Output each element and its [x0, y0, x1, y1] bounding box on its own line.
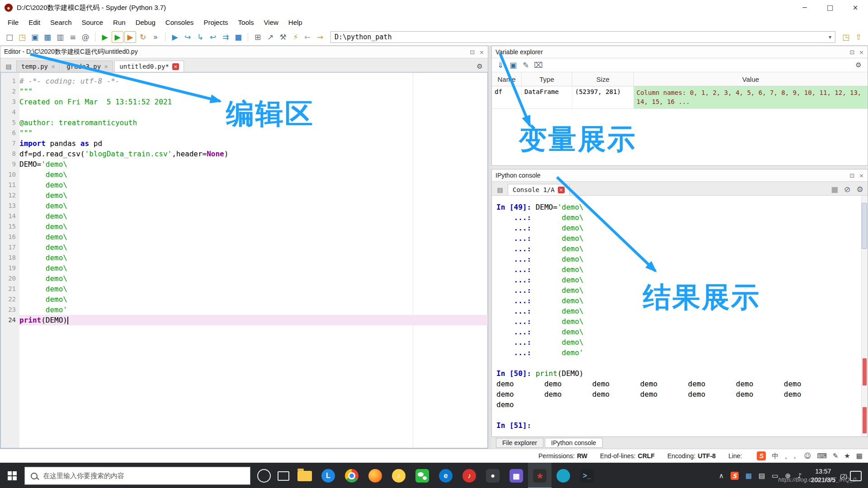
cortana-button[interactable] — [257, 469, 271, 483]
close-tab-icon[interactable]: × — [558, 187, 565, 193]
minimize-button[interactable]: ─ — [792, 0, 817, 15]
code-line[interactable]: 10 demo\ — [0, 169, 488, 180]
code-line[interactable]: 22 demo\ — [0, 294, 488, 305]
file-switcher-icon[interactable]: ≡ — [67, 31, 79, 43]
menu-item[interactable]: View — [259, 17, 283, 28]
taskbar-search[interactable]: 在这里输入你要搜索的内容 — [24, 467, 250, 485]
variable-row[interactable]: df DataFrame (52397, 281) Column names: … — [492, 86, 868, 109]
smiley-icon[interactable]: ☺ — [804, 452, 811, 460]
undock-pane-icon[interactable]: ⊡ — [849, 49, 854, 56]
step-return-icon[interactable]: ↩ — [207, 31, 219, 43]
close-pane-icon[interactable]: × — [479, 49, 484, 56]
toolbar-separator[interactable] — [165, 33, 165, 42]
debug-icon[interactable]: ▶ — [169, 31, 181, 43]
code-line[interactable]: 15 demo\ — [0, 221, 488, 232]
code-line[interactable]: 6 """ — [0, 128, 488, 138]
copy-icon[interactable]: ▥ — [54, 31, 66, 43]
step-into-icon[interactable]: ↳ — [194, 31, 206, 43]
taskbar-app-netease-music[interactable]: ♪ — [458, 463, 481, 488]
pane-switch-tab[interactable]: IPython console — [545, 438, 603, 448]
code-line[interactable]: 23 demo' — [0, 305, 488, 315]
close-pane-icon[interactable]: × — [859, 172, 864, 179]
action-center-icon[interactable] — [850, 471, 862, 481]
code-line[interactable]: 12 demo\ — [0, 190, 488, 201]
close-tab-icon[interactable]: × — [104, 64, 108, 70]
sogou-tray-icon[interactable]: S — [731, 472, 739, 480]
open-file-icon[interactable]: ◳ — [16, 31, 28, 43]
taskbar-app-firefox[interactable] — [363, 463, 387, 488]
code-line[interactable]: 1 # -*- coding: utf-8 -*- — [0, 76, 488, 86]
parent-directory-icon[interactable]: ⇧ — [853, 31, 864, 43]
keyboard-icon[interactable]: ⌨ — [817, 452, 827, 460]
browse-tabs-icon[interactable]: ▤ — [494, 184, 506, 195]
taskbar-app-wechat[interactable] — [410, 463, 434, 488]
close-tab-icon[interactable]: × — [51, 64, 55, 70]
column-header[interactable]: Name — [492, 72, 522, 86]
run-cell-advance-icon[interactable]: ▶ — [124, 31, 136, 43]
taskbar-app-colorful[interactable]: ▦ — [505, 463, 528, 488]
menu-item[interactable]: Consoles — [160, 17, 199, 28]
browse-tabs-icon[interactable]: ▤ — [2, 61, 15, 72]
clear-console-icon[interactable]: ⊘ — [841, 183, 853, 195]
run-icon[interactable]: ▶ — [99, 31, 111, 43]
editor-tab[interactable]: untitled0.py* × — [114, 61, 184, 72]
battery-tray-icon[interactable]: ▭ — [772, 472, 778, 480]
save-icon[interactable]: ▣ — [29, 31, 41, 43]
code-line[interactable]: 9 DEMO='demo\ — [0, 159, 488, 169]
menu-item[interactable]: Tools — [233, 17, 259, 28]
code-line[interactable]: 24 print(DEMO) — [0, 315, 488, 325]
toolbar-separator[interactable] — [248, 33, 248, 42]
new-file-icon[interactable]: □ — [4, 31, 15, 43]
save-data-icon[interactable]: ▣ — [507, 59, 519, 71]
volume-tray-icon[interactable]: ♪ — [797, 472, 802, 480]
taskbar-app-edge[interactable]: e — [434, 463, 458, 488]
taskbar-app-terminal[interactable]: >_ — [575, 463, 599, 488]
editor-tab[interactable]: temp.py × — [16, 61, 60, 72]
toolbar-separator[interactable] — [95, 33, 95, 42]
code-line[interactable]: 18 demo\ — [0, 253, 488, 263]
maximize-button[interactable]: □ — [817, 0, 843, 15]
clock[interactable]: 13:57 2021/3/5 — [811, 467, 836, 484]
console-scrollbar[interactable] — [861, 196, 868, 436]
sogou-ime-logo[interactable]: S — [757, 451, 766, 460]
console-output[interactable]: In [49]: DEMO='demo\ ...: demo\ ...: dem… — [492, 196, 868, 436]
column-header[interactable]: Value — [634, 72, 868, 86]
run-cell-icon[interactable]: ▶ — [112, 31, 123, 43]
forward-icon[interactable]: → — [314, 31, 326, 43]
taskbar-app-teal[interactable] — [552, 463, 575, 488]
code-line[interactable]: 11 demo\ — [0, 180, 488, 190]
editor-tab[interactable]: grade3.py × — [61, 61, 113, 72]
interrupt-icon[interactable]: ■ — [829, 183, 840, 195]
code-line[interactable]: 19 demo\ — [0, 263, 488, 273]
grid-icon[interactable]: ▦ — [856, 452, 863, 460]
code-line[interactable]: 8 df=pd.read_csv('blogData_train.csv',he… — [0, 149, 488, 159]
network-tray-icon[interactable]: ⊕ — [785, 472, 791, 480]
options-gear-icon[interactable]: ⚙ — [854, 183, 866, 195]
rerun-icon[interactable]: ↻ — [137, 31, 149, 43]
fullscreen-icon[interactable]: ↗ — [264, 31, 276, 43]
edit-icon[interactable]: ✎ — [520, 59, 532, 71]
taskbar-app-music[interactable]: ♪ — [387, 463, 410, 488]
continue-icon[interactable]: ⇉ — [220, 31, 231, 43]
ime-mode-chinese[interactable]: 中 — [772, 452, 778, 460]
more-actions-icon[interactable]: » — [150, 31, 161, 43]
console-tab[interactable]: Console 1/A × — [508, 184, 570, 195]
menu-item[interactable]: Search — [45, 17, 77, 28]
code-line[interactable]: 17 demo\ — [0, 242, 488, 253]
code-line[interactable]: 13 demo\ — [0, 201, 488, 211]
code-line[interactable]: 7 import pandas as pd — [0, 138, 488, 149]
import-data-icon[interactable]: ⇓ — [495, 59, 506, 71]
hidden-icons-chevron[interactable]: ∧ — [719, 472, 724, 480]
start-button[interactable] — [0, 463, 24, 488]
options-gear-icon[interactable]: ⚙ — [852, 60, 865, 70]
taskbar-app-chrome[interactable] — [340, 463, 363, 488]
undock-pane-icon[interactable]: ⊡ — [470, 49, 475, 56]
close-tab-icon[interactable]: × — [172, 63, 179, 70]
taskbar-app-blue-l[interactable]: L — [316, 463, 340, 488]
taskbar-app-recorder[interactable]: ● — [481, 463, 505, 488]
close-pane-icon[interactable]: × — [859, 49, 864, 56]
python-env-icon[interactable]: ⚡ — [290, 31, 302, 43]
code-line[interactable]: 20 demo\ — [0, 273, 488, 284]
menu-item[interactable]: Help — [283, 17, 307, 28]
code-line[interactable]: 21 demo\ — [0, 284, 488, 294]
